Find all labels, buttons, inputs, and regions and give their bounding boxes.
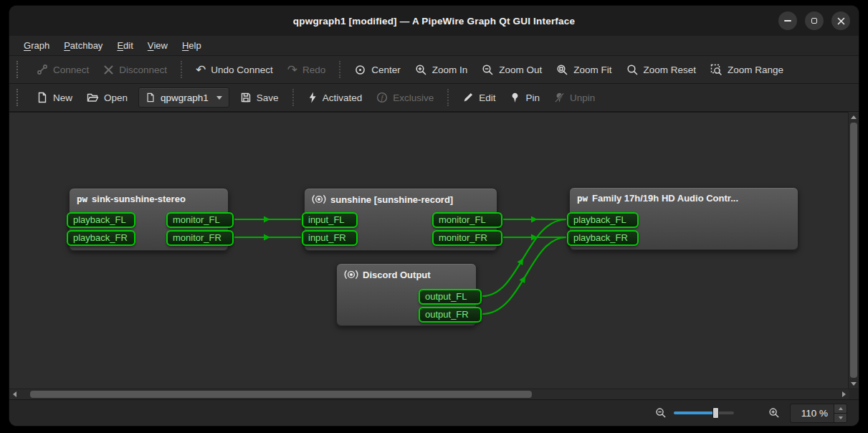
port-input_FL[interactable]: input_FL bbox=[302, 212, 358, 228]
arrow-right-icon bbox=[842, 391, 846, 397]
zoom-value: 110 % bbox=[791, 404, 834, 422]
zoom-in-button[interactable]: Zoom In bbox=[409, 59, 474, 80]
minimize-button[interactable] bbox=[778, 11, 797, 30]
scrollbar-corner bbox=[849, 389, 859, 399]
port-monitor_FL[interactable]: monitor_FL bbox=[166, 212, 234, 228]
toolbar-separator bbox=[181, 61, 182, 78]
spin-buttons bbox=[834, 404, 846, 422]
zoom-out-label: Zoom Out bbox=[499, 65, 542, 75]
save-icon bbox=[240, 92, 252, 103]
menu-patchbay[interactable]: Patchbay bbox=[57, 36, 110, 55]
menu-view[interactable]: View bbox=[140, 36, 175, 55]
vertical-scrollbar[interactable] bbox=[848, 112, 859, 389]
disconnect-label: Disconnect bbox=[119, 65, 167, 75]
zoom-out-button[interactable]: Zoom Out bbox=[475, 59, 548, 80]
window-title: qpwgraph1 [modified] — A PipeWire Graph … bbox=[9, 16, 859, 27]
node-sunshine[interactable]: sunshine [sunshine-record] input_FL inpu… bbox=[304, 188, 497, 251]
scroll-down-button[interactable] bbox=[849, 379, 859, 389]
port-playback_FL[interactable]: playback_FL bbox=[567, 212, 639, 228]
zoom-spin-down-button[interactable] bbox=[834, 413, 846, 422]
patchbay-profile-value: qpwgraph1 bbox=[161, 92, 209, 103]
scroll-up-button[interactable] bbox=[849, 112, 859, 122]
close-icon bbox=[837, 17, 845, 25]
unpin-icon bbox=[554, 92, 565, 103]
titlebar[interactable]: qpwgraph1 [modified] — A PipeWire Graph … bbox=[9, 6, 859, 36]
node-title: Family 17h/19h HD Audio Contr... bbox=[592, 193, 738, 204]
arrow-up-icon bbox=[851, 115, 857, 119]
zoom-in-mini-icon bbox=[768, 407, 780, 419]
node-title: sunshine [sunshine-record] bbox=[330, 194, 453, 205]
save-button[interactable]: Save bbox=[234, 87, 285, 108]
toolbar-handle[interactable] bbox=[16, 89, 24, 106]
zoom-range-icon bbox=[710, 64, 722, 76]
zoom-spinbox[interactable]: 110 % bbox=[790, 404, 847, 423]
menu-help[interactable]: Help bbox=[175, 36, 209, 55]
exclusive-toggle[interactable]: f Exclusive bbox=[370, 87, 440, 108]
node-header: pw Family 17h/19h HD Audio Contr... bbox=[570, 188, 798, 204]
zoom-slider[interactable] bbox=[674, 406, 734, 419]
arrow-up-icon bbox=[839, 407, 843, 410]
port-monitor_FR[interactable]: monitor_FR bbox=[432, 230, 502, 246]
node-sink-sunshine-stereo[interactable]: pw sink-sunshine-stereo playback_FL play… bbox=[69, 188, 229, 251]
connect-button[interactable]: Connect bbox=[30, 59, 95, 80]
zoom-slider-handle[interactable] bbox=[712, 407, 719, 419]
pin-button[interactable]: Pin bbox=[503, 87, 546, 108]
wire-arrow bbox=[531, 217, 538, 223]
toolbar-handle[interactable] bbox=[16, 61, 24, 78]
port-playback_FL[interactable]: playback_FL bbox=[67, 212, 135, 228]
zoom-fit-button[interactable]: Zoom Fit bbox=[550, 59, 618, 80]
undo-connect-button[interactable]: ↶ Undo Connect bbox=[189, 59, 280, 80]
toolbar-separator bbox=[339, 61, 340, 78]
port-output_FR[interactable]: output_FR bbox=[419, 307, 482, 323]
menu-edit[interactable]: Edit bbox=[110, 36, 140, 55]
zoom-out-icon bbox=[482, 64, 494, 76]
redo-icon: ↷ bbox=[287, 64, 297, 75]
node-family-hd-audio[interactable]: pw Family 17h/19h HD Audio Contr... play… bbox=[569, 187, 798, 250]
zoom-fit-icon bbox=[556, 64, 568, 76]
node-discord-output[interactable]: Discord Output output_FL output_FR bbox=[336, 263, 477, 326]
port-playback_FR[interactable]: playback_FR bbox=[567, 230, 639, 246]
maximize-button[interactable] bbox=[805, 11, 824, 30]
unpin-button[interactable]: Unpin bbox=[548, 87, 601, 108]
svg-text:f: f bbox=[381, 94, 385, 102]
redo-button[interactable]: ↷ Redo bbox=[281, 59, 333, 80]
disconnect-button[interactable]: Disconnect bbox=[97, 59, 173, 80]
pipewire-icon: pw bbox=[77, 194, 87, 204]
menu-graph[interactable]: Graph bbox=[16, 36, 57, 55]
pin-label: Pin bbox=[525, 92, 540, 103]
edit-button[interactable]: Edit bbox=[456, 87, 502, 108]
port-playback_FR[interactable]: playback_FR bbox=[67, 230, 135, 246]
patchbay-toolbar: New Open qpwgraph1 Save Act bbox=[9, 84, 859, 112]
port-input_FR[interactable]: input_FR bbox=[302, 230, 358, 246]
zoom-reset-icon bbox=[626, 64, 639, 76]
app-window: qpwgraph1 [modified] — A PipeWire Graph … bbox=[9, 5, 859, 427]
edit-pencil-icon bbox=[462, 92, 474, 103]
patchbay-profile-combo[interactable]: qpwgraph1 bbox=[138, 87, 229, 108]
graph-toolbar: Connect Disconnect ↶ Undo Connect ↷ Redo… bbox=[9, 56, 859, 84]
horizontal-scrollbar[interactable] bbox=[19, 389, 839, 399]
zoom-reset-button[interactable]: Zoom Reset bbox=[620, 59, 703, 80]
record-icon bbox=[312, 194, 326, 205]
center-button[interactable]: Center bbox=[348, 59, 407, 80]
port-output_FL[interactable]: output_FL bbox=[419, 289, 482, 305]
slider-fill bbox=[674, 411, 715, 414]
node-header: pw sink-sunshine-stereo bbox=[70, 189, 228, 204]
graph-canvas[interactable]: pw sink-sunshine-stereo playback_FL play… bbox=[9, 112, 848, 389]
open-button[interactable]: Open bbox=[80, 87, 134, 108]
zoom-reset-label: Zoom Reset bbox=[644, 65, 697, 75]
activated-bolt-icon bbox=[307, 92, 318, 103]
scroll-right-button[interactable] bbox=[839, 389, 849, 399]
zoom-spin-up-button[interactable] bbox=[834, 404, 846, 413]
activated-toggle[interactable]: Activated bbox=[301, 87, 369, 108]
undo-icon: ↶ bbox=[196, 64, 206, 75]
horizontal-scrollbar-thumb[interactable] bbox=[30, 391, 532, 398]
zoom-range-button[interactable]: Zoom Range bbox=[704, 59, 790, 80]
close-button[interactable] bbox=[831, 11, 850, 30]
scroll-left-button[interactable] bbox=[9, 389, 19, 399]
redo-label: Redo bbox=[302, 65, 325, 75]
vertical-scrollbar-thumb[interactable] bbox=[850, 123, 857, 378]
zoom-in-icon bbox=[415, 64, 427, 76]
new-button[interactable]: New bbox=[30, 87, 79, 108]
port-monitor_FL[interactable]: monitor_FL bbox=[432, 212, 502, 228]
port-monitor_FR[interactable]: monitor_FR bbox=[166, 230, 234, 246]
